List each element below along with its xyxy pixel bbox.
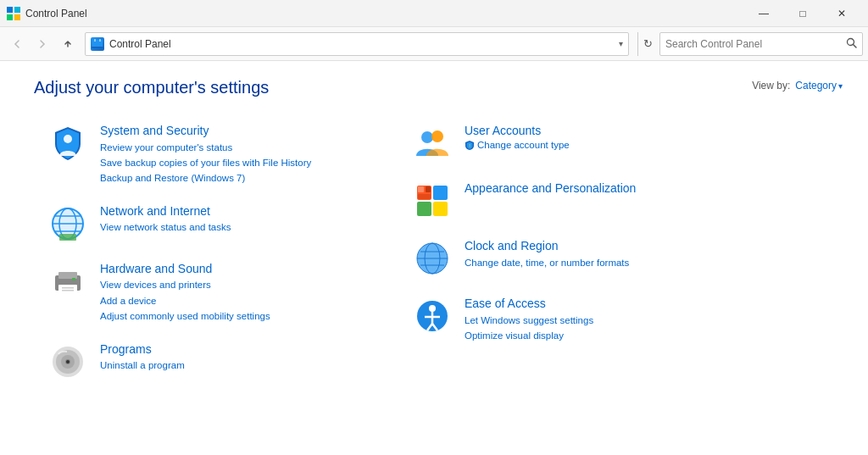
left-column: System and Security Review your computer… (34, 114, 398, 391)
category-hardware-sound[interactable]: Hardware and Sound View devices and prin… (34, 252, 398, 333)
page-title: Adjust your computer's settings (34, 78, 834, 97)
system-security-icon (47, 123, 88, 164)
user-accounts-title[interactable]: User Accounts (465, 123, 749, 140)
navigation-bar: Control Panel ▾ ↻ (0, 27, 868, 61)
view-by-label: View by: (752, 80, 790, 92)
network-internet-icon (47, 203, 88, 244)
network-internet-content: Network and Internet View network status… (100, 203, 385, 236)
system-security-title[interactable]: System and Security (100, 123, 385, 140)
view-by-dropdown[interactable]: Category ▾ (795, 80, 843, 92)
svg-rect-17 (59, 234, 76, 241)
appearance-content: Appearance and Personalization (465, 180, 749, 197)
ease-of-access-content: Ease of Access Let Windows suggest setti… (465, 296, 749, 343)
hardware-sound-title[interactable]: Hardware and Sound (100, 261, 385, 278)
svg-rect-19 (58, 272, 77, 279)
svg-rect-36 (418, 186, 424, 192)
view-by-chevron-icon: ▾ (838, 81, 843, 91)
category-clock-region[interactable]: Clock and Region Change date, time, or n… (398, 230, 763, 287)
category-user-accounts[interactable]: User Accounts ! Change account type (398, 114, 763, 172)
svg-rect-33 (433, 186, 448, 200)
ease-of-access-link-2[interactable]: Optimize visual display (465, 328, 749, 343)
appearance-title[interactable]: Appearance and Personalization (465, 180, 749, 197)
system-security-link-1[interactable]: Review your computer's status (100, 140, 385, 155)
window-controls: — □ ✕ (744, 0, 861, 27)
svg-rect-34 (417, 202, 431, 216)
svg-rect-1 (14, 7, 20, 13)
svg-rect-5 (92, 47, 103, 48)
hardware-sound-link-2[interactable]: Add a device (100, 293, 385, 308)
programs-content: Programs Uninstall a program (100, 341, 385, 374)
svg-rect-37 (426, 186, 431, 192)
clock-region-icon (412, 238, 453, 279)
appearance-icon (412, 180, 453, 221)
categories-grid: System and Security Review your computer… (34, 114, 763, 391)
system-security-content: System and Security Review your computer… (100, 123, 385, 186)
ease-of-access-link-1[interactable]: Let Windows suggest settings (465, 313, 749, 328)
address-bar[interactable]: Control Panel ▾ (85, 32, 629, 56)
hardware-sound-link-1[interactable]: View devices and printers (100, 277, 385, 292)
category-appearance[interactable]: Appearance and Personalization (398, 172, 763, 230)
category-ease-of-access[interactable]: Ease of Access Let Windows suggest setti… (398, 287, 763, 352)
clock-region-title[interactable]: Clock and Region (465, 238, 749, 255)
network-internet-link-1[interactable]: View network status and tasks (100, 219, 385, 235)
svg-rect-4 (92, 40, 103, 47)
svg-rect-3 (14, 14, 20, 20)
search-box[interactable] (659, 32, 863, 56)
svg-point-46 (429, 305, 436, 312)
refresh-button[interactable]: ↻ (637, 32, 658, 56)
title-bar: Control Panel — □ ✕ (0, 0, 868, 27)
user-accounts-content: User Accounts ! Change account type (465, 123, 749, 153)
address-path: Control Panel (109, 38, 615, 50)
svg-point-30 (431, 130, 443, 142)
hardware-sound-link-3[interactable]: Adjust commonly used mobility settings (100, 308, 385, 324)
svg-point-29 (421, 131, 433, 143)
svg-rect-38 (418, 194, 431, 199)
svg-point-28 (66, 360, 70, 363)
clock-region-content: Clock and Region Change date, time, or n… (465, 238, 749, 270)
search-icon[interactable] (846, 37, 857, 51)
back-button[interactable] (5, 32, 29, 56)
user-accounts-icon (412, 123, 453, 164)
close-button[interactable]: ✕ (822, 0, 861, 27)
maximize-button[interactable]: □ (783, 0, 822, 27)
ease-of-access-title[interactable]: Ease of Access (465, 296, 749, 313)
category-programs[interactable]: Programs Uninstall a program (34, 333, 398, 391)
programs-icon (47, 341, 88, 382)
right-column: User Accounts ! Change account type (398, 114, 763, 391)
shield-icon: ! (465, 140, 475, 150)
system-security-link-3[interactable]: Backup and Restore (Windows 7) (100, 170, 385, 186)
hardware-sound-icon (47, 261, 88, 302)
search-input[interactable] (665, 38, 846, 50)
category-system-security[interactable]: System and Security Review your computer… (34, 114, 398, 195)
svg-point-10 (64, 135, 72, 143)
network-internet-title[interactable]: Network and Internet (100, 203, 385, 220)
svg-line-9 (854, 44, 857, 47)
clock-region-link-1[interactable]: Change date, time, or number formats (465, 255, 749, 270)
category-network-internet[interactable]: Network and Internet View network status… (34, 195, 398, 252)
svg-rect-21 (62, 287, 74, 289)
minimize-button[interactable]: — (744, 0, 783, 27)
view-by-control: View by: Category ▾ (752, 80, 843, 92)
forward-button[interactable] (31, 32, 54, 56)
window-title: Control Panel (25, 8, 744, 19)
main-content: Adjust your computer's settings View by:… (0, 61, 868, 408)
system-security-link-2[interactable]: Save backup copies of your files with Fi… (100, 155, 385, 170)
address-bar-icon (91, 37, 104, 51)
hardware-sound-content: Hardware and Sound View devices and prin… (100, 261, 385, 325)
app-icon (7, 7, 20, 20)
ease-of-access-icon (412, 296, 453, 336)
programs-link-1[interactable]: Uninstall a program (100, 358, 385, 373)
address-chevron-icon[interactable]: ▾ (619, 39, 623, 48)
svg-rect-0 (7, 7, 13, 13)
svg-rect-2 (7, 14, 13, 20)
up-button[interactable] (56, 32, 80, 56)
svg-rect-35 (433, 202, 448, 216)
svg-rect-7 (99, 39, 101, 42)
change-account-type-link[interactable]: ! Change account type (465, 140, 570, 150)
svg-rect-22 (62, 290, 74, 291)
svg-rect-23 (72, 278, 75, 280)
svg-rect-6 (94, 39, 96, 42)
programs-title[interactable]: Programs (100, 341, 385, 358)
view-by-value: Category (795, 80, 837, 92)
